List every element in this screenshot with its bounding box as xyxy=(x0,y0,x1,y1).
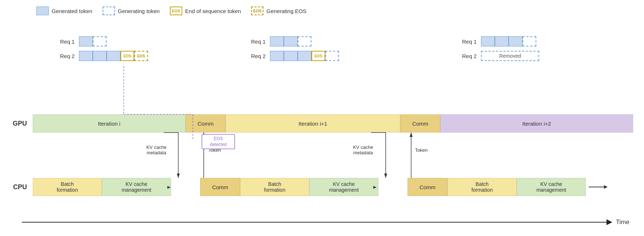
col2-req2-row: Req 2 EOS xyxy=(247,51,339,61)
token-block-dashed xyxy=(298,36,311,46)
eos-token-icon: EOS xyxy=(170,7,182,15)
token-block xyxy=(509,36,522,46)
batch-formation-3-seg: Batch formation xyxy=(448,178,517,196)
generating-eos-token: EOS xyxy=(134,51,148,61)
col3-req1-label: Req 1 xyxy=(458,38,477,45)
col2-req1-tokens xyxy=(270,36,311,46)
cpu-label: CPU xyxy=(0,183,33,191)
eos-token: EOS xyxy=(120,51,134,61)
col1-req1-tokens xyxy=(79,36,107,46)
iteration-i2-seg: Iteration i+2 xyxy=(440,114,633,133)
col1-req2-tokens: EOS EOS xyxy=(79,51,148,61)
legend-generated-token: Generated token xyxy=(36,7,92,15)
svg-text:Token: Token xyxy=(415,147,428,153)
svg-rect-11 xyxy=(202,134,235,149)
col1-req2-label: Req 2 xyxy=(56,53,75,59)
kv-cache-mgmt-3-seg: KV cache management xyxy=(517,178,586,196)
token-block xyxy=(93,51,107,61)
legend-generated-token-label: Generated token xyxy=(52,8,92,14)
svg-text:Token: Token xyxy=(208,147,221,153)
removed-token: Removed xyxy=(481,51,539,61)
cpu-end-arrow xyxy=(586,178,608,196)
token-block xyxy=(270,36,284,46)
legend-generating-token-label: Generating token xyxy=(118,8,160,14)
token-block-dashed xyxy=(325,51,339,61)
token-block xyxy=(284,51,298,61)
eos-token: EOS xyxy=(311,51,325,61)
col3-req2-label: Req 2 xyxy=(458,53,477,59)
gpu-row: GPU Iteration i Comm Iteration i+1 Comm … xyxy=(0,114,633,133)
legend-eos-token: EOS End of sequence token xyxy=(170,7,241,15)
token-block xyxy=(270,51,284,61)
col1-req2-row: Req 2 EOS EOS xyxy=(56,51,148,61)
comm2-seg: Comm xyxy=(400,114,440,133)
kv-cache-mgmt-1-seg: KV cache management xyxy=(102,178,171,196)
time-line xyxy=(22,222,607,223)
col2-req1-label: Req 1 xyxy=(247,38,266,45)
iteration-i1-seg: Iteration i+1 xyxy=(226,114,400,133)
legend-generating-eos-label: Generating EOS xyxy=(266,8,306,14)
col3-req2-removed: Removed xyxy=(481,51,539,61)
col1-req1-label: Req 1 xyxy=(56,38,75,45)
time-arrowhead xyxy=(607,219,612,225)
svg-marker-16 xyxy=(384,174,387,178)
time-arrow: Time xyxy=(22,219,629,226)
batch-formation-1-seg: Batch formation xyxy=(33,178,102,196)
legend: Generated token Generating token EOS End… xyxy=(36,7,306,15)
col2-req1-row: Req 1 xyxy=(247,36,311,46)
comm1-seg: Comm xyxy=(186,114,226,133)
col1-req1-row: Req 1 xyxy=(56,36,107,46)
token-block xyxy=(79,36,93,46)
token-block-dashed xyxy=(522,36,536,46)
col3-req2-row: Req 2 Removed xyxy=(458,51,539,61)
token-block xyxy=(79,51,93,61)
svg-text:detected: detected xyxy=(210,142,227,147)
col3-req1-tokens xyxy=(481,36,536,46)
legend-generating-token: Generating token xyxy=(103,7,160,15)
cpu-bar: Batch formation KV cache management Comm… xyxy=(33,178,633,196)
iteration-i-seg: Iteration i xyxy=(33,114,186,133)
cpu-comm1-seg: Comm xyxy=(200,178,240,196)
legend-generating-eos: EOS Generating EOS xyxy=(251,7,306,15)
svg-marker-7 xyxy=(202,133,205,137)
generating-token-icon xyxy=(103,7,115,15)
svg-text:EOS: EOS xyxy=(214,136,223,141)
gpu-label: GPU xyxy=(0,120,33,127)
svg-marker-5 xyxy=(177,174,180,178)
diagram: Generated token Generating token EOS End… xyxy=(0,0,644,236)
token-block xyxy=(495,36,509,46)
cpu-arrow-spacer2 xyxy=(378,178,408,196)
token-block xyxy=(107,51,120,61)
gpu-bar: Iteration i Comm Iteration i+1 Comm Iter… xyxy=(33,114,633,133)
token-block xyxy=(481,36,495,46)
token-block-dashed xyxy=(93,36,107,46)
svg-text:KV cache: KV cache xyxy=(146,145,167,150)
token-block xyxy=(298,51,311,61)
svg-marker-18 xyxy=(410,133,413,137)
time-label: Time xyxy=(616,219,629,226)
cpu-arrow-spacer1 xyxy=(171,178,200,196)
batch-formation-2-seg: Batch formation xyxy=(240,178,309,196)
kv-cache-mgmt-2-seg: KV cache management xyxy=(309,178,378,196)
generating-eos-icon: EOS xyxy=(251,7,263,15)
col3-req1-row: Req 1 xyxy=(458,36,536,46)
cpu-comm2-seg: Comm xyxy=(408,178,448,196)
token-block xyxy=(284,36,298,46)
svg-text:metadata: metadata xyxy=(353,150,373,155)
svg-text:metadata: metadata xyxy=(147,150,167,155)
generated-token-icon xyxy=(36,7,49,15)
legend-eos-token-label: End of sequence token xyxy=(185,8,241,14)
col2-req2-label: Req 2 xyxy=(247,53,266,59)
col2-req2-tokens: EOS xyxy=(270,51,339,61)
svg-text:KV cache: KV cache xyxy=(353,145,373,150)
cpu-row: CPU Batch formation KV cache management … xyxy=(0,178,633,196)
